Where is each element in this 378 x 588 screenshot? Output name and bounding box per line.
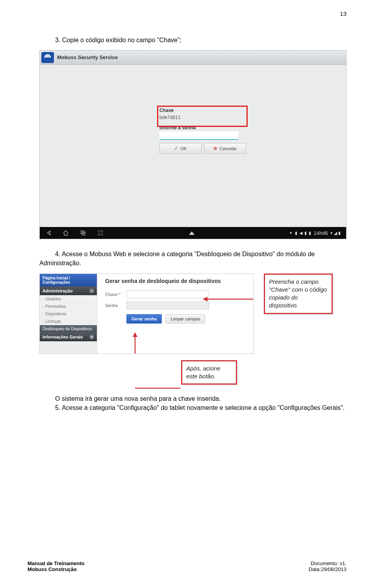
svg-rect-3 <box>101 231 103 232</box>
footer-title: Manual de Treinamento <box>28 560 84 566</box>
instruction-3: 3. Copie o código exibido no campo "Chav… <box>39 35 346 45</box>
footer-date: Data:29/08/2013 <box>309 566 346 572</box>
cancel-button[interactable]: ⊘ Cancelar <box>204 143 246 154</box>
sidebar-item-licencas[interactable]: Licenças <box>40 318 97 325</box>
cancel-icon: ⊘ <box>213 146 217 151</box>
footer-subtitle: Mobuss Construção <box>28 566 77 572</box>
sidebar-item-desbloqueio-active[interactable]: Desbloqueio de Dispositivos <box>40 325 97 333</box>
app-title: Mobuss Security Service <box>57 54 118 60</box>
back-icon[interactable] <box>45 230 52 236</box>
breadcrumb[interactable]: Página Inicial / Configurações <box>40 274 97 287</box>
web-screenshot: Página Inicial / Configurações Administr… <box>39 274 254 354</box>
recents-icon[interactable] <box>80 230 86 236</box>
red-highlight-box <box>157 106 248 127</box>
chave-field-label: Chave * <box>105 292 126 297</box>
chave-field-input[interactable] <box>126 290 209 298</box>
sidebar-item-usuarios[interactable]: Usuários <box>40 295 97 303</box>
sidebar-section-admin-label: Administração <box>43 288 72 293</box>
expand-icon[interactable] <box>189 231 195 235</box>
panel-heading: Gerar senha de desbloqueio de dispositiv… <box>105 278 248 284</box>
senha-field-input <box>126 301 209 309</box>
sidebar: Página Inicial / Configurações Administr… <box>40 274 97 354</box>
sidebar-section-admin[interactable]: Administração – <box>40 287 97 295</box>
app-logo-icon <box>41 52 54 63</box>
svg-rect-4 <box>98 234 100 235</box>
status-icons: ✦ ▮ ◀ ▮ ▮ <box>289 231 311 236</box>
wifi-icon: ▾ ◢ ▮ <box>330 231 341 236</box>
senha-input[interactable] <box>159 131 238 140</box>
android-navbar: ✦ ▮ ◀ ▮ ▮ 14h46 ▾ ◢ ▮ <box>40 227 346 239</box>
page-footer: Manual de Treinamento Mobuss Construção … <box>28 560 346 572</box>
main-panel: Gerar senha de desbloqueio de dispositiv… <box>100 274 253 354</box>
screenshot-icon[interactable] <box>97 230 104 236</box>
expand-icon: + <box>89 335 94 339</box>
svg-rect-2 <box>98 231 100 232</box>
check-icon: ✓ <box>174 146 178 151</box>
app-titlebar: Mobuss Security Service <box>40 50 346 65</box>
home-icon[interactable] <box>63 230 69 236</box>
page-number: 13 <box>340 10 346 17</box>
ok-label: OK <box>180 146 187 151</box>
result-text: O sistema irá gerar uma nova senha para … <box>39 394 346 403</box>
sidebar-section-info[interactable]: Informações Gerais + <box>40 333 97 341</box>
instruction-4: 4. Acesse o Mobuss Web e selecione a cat… <box>39 249 346 268</box>
instruction-5: 5. Acesse a categoria "Configuração" do … <box>39 403 346 412</box>
ok-button[interactable]: ✓ OK <box>159 143 202 154</box>
sidebar-section-info-label: Informações Gerais <box>43 335 83 339</box>
svg-rect-5 <box>101 234 103 235</box>
limpar-campos-button[interactable]: Limpar campos <box>165 314 205 324</box>
clock-text: 14h46 <box>314 230 328 236</box>
footer-doc: Documento: v1. <box>309 560 346 566</box>
callout-apos: Após, acione este botão. <box>181 360 237 385</box>
gerar-senha-button[interactable]: Gerar senha <box>126 314 162 324</box>
collapse-icon: – <box>89 288 94 293</box>
tablet-screenshot: Mobuss Security Service Chave bde7d811 I… <box>39 50 346 239</box>
callout-preencha: Preencha o campo "Chave" com o código co… <box>264 274 333 314</box>
cancel-label: Cancelar <box>219 146 237 151</box>
sidebar-item-permissoes[interactable]: Permissões <box>40 303 97 310</box>
sidebar-item-dispositivos[interactable]: Dispositivos <box>40 310 97 318</box>
senha-field-label: Senha <box>105 303 126 308</box>
